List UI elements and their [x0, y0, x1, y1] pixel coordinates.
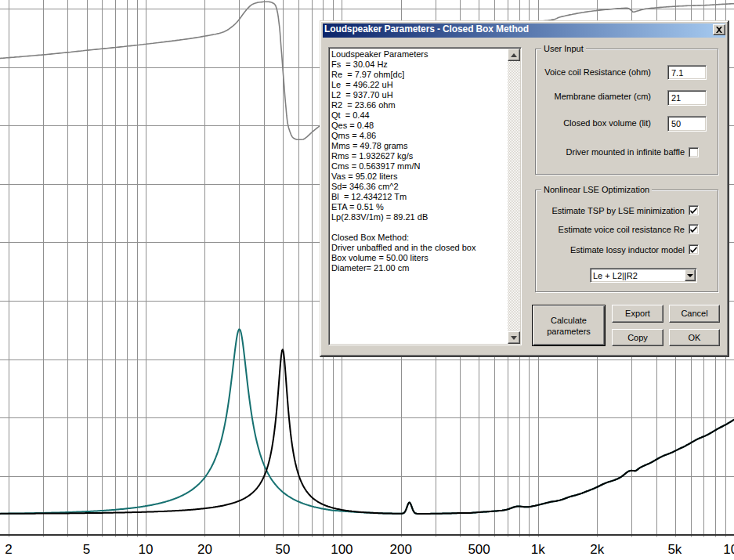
svg-text:5k: 5k: [667, 542, 682, 557]
svg-text:10: 10: [139, 542, 154, 557]
svg-text:2k: 2k: [590, 542, 604, 557]
svg-text:10k: 10k: [723, 542, 734, 557]
svg-text:1k: 1k: [531, 542, 545, 557]
svg-text:100: 100: [331, 542, 353, 557]
svg-text:20: 20: [197, 542, 212, 557]
svg-text:200: 200: [390, 542, 412, 557]
svg-text:2: 2: [5, 542, 12, 557]
svg-text:500: 500: [468, 542, 490, 557]
svg-text:5: 5: [83, 542, 90, 557]
svg-text:50: 50: [276, 542, 291, 557]
